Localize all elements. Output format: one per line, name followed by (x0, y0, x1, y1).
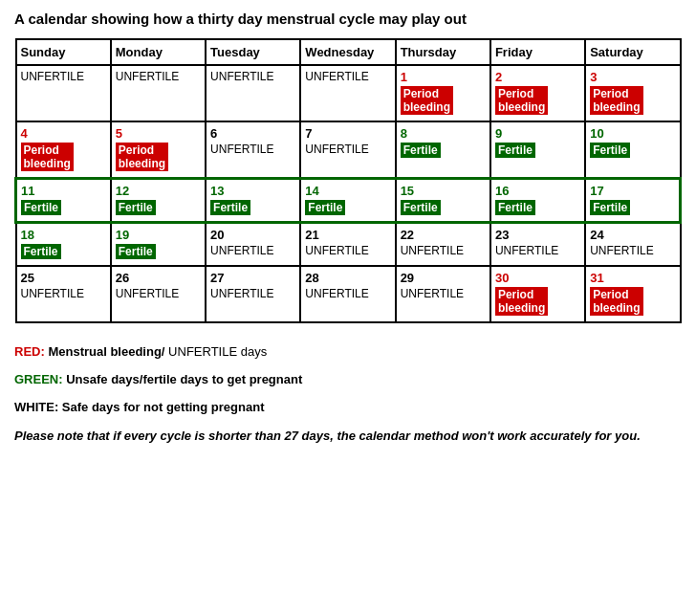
legend-white: WHITE: Safe days for not getting pregnan… (14, 396, 682, 418)
day-number: 1 (401, 70, 486, 84)
calendar-cell: 3Periodbleeding (585, 65, 680, 121)
day-number: 23 (495, 228, 580, 242)
calendar-cell: 19Fertile (111, 222, 206, 266)
calendar-cell: 6UNFERTILE (206, 121, 300, 179)
unfertile-status: UNFERTILE (305, 287, 368, 300)
fertile-status: Fertile (116, 200, 156, 215)
fertile-status: Fertile (401, 200, 441, 215)
unfertile-status: UNFERTILE (210, 143, 273, 156)
day-number: 5 (116, 126, 201, 141)
calendar-cell: 23UNFERTILE (490, 222, 585, 266)
calendar-cell: UNFERTILE (300, 65, 395, 121)
unfertile-status: UNFERTILE (305, 143, 368, 156)
calendar-cell: 25UNFERTILE (16, 266, 111, 322)
fertile-status: Fertile (495, 200, 535, 215)
calendar-cell: 10Fertile (585, 121, 680, 179)
calendar-cell: 11Fertile (16, 178, 111, 222)
calendar-cell: 21UNFERTILE (300, 222, 395, 266)
calendar-cell: 13Fertile (206, 178, 300, 222)
calendar-cell: 28UNFERTILE (300, 266, 395, 322)
day-number: 27 (210, 271, 295, 285)
calendar-cell: 4Periodbleeding (16, 121, 111, 179)
calendar-header-thursday: Thursday (396, 39, 490, 65)
day-number: 13 (210, 184, 295, 198)
day-number: 12 (116, 184, 201, 198)
calendar-cell: 22UNFERTILE (396, 222, 490, 266)
day-number: 20 (210, 228, 295, 242)
day-number: 16 (495, 184, 580, 198)
period-status: Periodbleeding (590, 287, 642, 316)
calendar-cell: 26UNFERTILE (111, 266, 206, 322)
calendar-cell: UNFERTILE (16, 65, 111, 121)
calendar-cell: 18Fertile (16, 222, 111, 266)
period-status: Periodbleeding (401, 86, 453, 115)
calendar-cell: 2Periodbleeding (490, 65, 585, 121)
fertile-status: Fertile (590, 200, 630, 215)
legend-green-label: GREEN: (14, 372, 63, 386)
calendar-header-monday: Monday (111, 39, 206, 65)
calendar-cell: 16Fertile (490, 178, 585, 222)
calendar-row-2: 11Fertile12Fertile13Fertile14Fertile15Fe… (16, 178, 681, 222)
day-number: 30 (495, 271, 580, 285)
day-number: 9 (495, 126, 580, 141)
calendar-header-sunday: Sunday (16, 39, 111, 65)
fertile-status: Fertile (116, 244, 156, 259)
day-number: 18 (21, 228, 106, 242)
period-status: Periodbleeding (495, 86, 548, 115)
day-number: 7 (305, 126, 390, 141)
legend-green-desc: Unsafe days/fertile days to get pregnant (66, 372, 302, 386)
legend-note: Please note that if every cycle is short… (14, 427, 682, 446)
calendar-header-tuesday: Tuesday (206, 39, 300, 65)
day-number: 19 (116, 228, 201, 242)
unfertile-status: UNFERTILE (116, 70, 179, 83)
unfertile-status: UNFERTILE (495, 244, 558, 257)
legend-white-label: WHITE: (14, 400, 58, 414)
calendar-cell: 7UNFERTILE (300, 121, 395, 179)
day-number: 15 (401, 184, 486, 198)
unfertile-status: UNFERTILE (116, 287, 179, 300)
unfertile-status: UNFERTILE (401, 244, 464, 257)
legend-red: RED: Menstrual bleeding/ UNFERTILE days (14, 341, 682, 363)
calendar-header-friday: Friday (490, 39, 585, 65)
day-number: 17 (590, 184, 675, 198)
unfertile-status: UNFERTILE (21, 287, 84, 300)
fertile-status: Fertile (495, 143, 535, 158)
calendar-cell: 9Fertile (490, 121, 585, 179)
period-status: Periodbleeding (590, 86, 642, 115)
period-status: Periodbleeding (21, 143, 74, 171)
fertile-status: Fertile (401, 143, 441, 158)
legend-white-desc: Safe days for not getting pregnant (62, 400, 265, 414)
unfertile-status: UNFERTILE (210, 244, 273, 257)
unfertile-status: UNFERTILE (590, 244, 653, 257)
calendar-table: SundayMondayTuesdayWednesdayThursdayFrid… (14, 38, 682, 323)
unfertile-status: UNFERTILE (305, 70, 368, 83)
calendar-cell: 17Fertile (585, 178, 680, 222)
unfertile-status: UNFERTILE (21, 70, 84, 83)
day-number: 28 (305, 271, 390, 285)
day-number: 26 (116, 271, 201, 285)
calendar-cell: 29UNFERTILE (396, 266, 490, 322)
legend-section: RED: Menstrual bleeding/ UNFERTILE days … (14, 341, 682, 446)
calendar-cell: 8Fertile (396, 121, 490, 179)
unfertile-status: UNFERTILE (210, 70, 273, 83)
calendar-cell: 31Periodbleeding (585, 266, 680, 322)
calendar-cell: 30Periodbleeding (490, 266, 585, 322)
fertile-status: Fertile (590, 143, 630, 158)
day-number: 4 (21, 126, 106, 141)
unfertile-status: UNFERTILE (305, 244, 368, 257)
calendar-cell: UNFERTILE (111, 65, 206, 121)
day-number: 31 (590, 271, 675, 285)
legend-red-label: RED: (14, 344, 45, 359)
day-number: 2 (495, 70, 580, 84)
day-number: 25 (21, 271, 106, 285)
day-number: 29 (401, 271, 486, 285)
calendar-cell: 20UNFERTILE (206, 222, 300, 266)
calendar-cell: 24UNFERTILE (585, 222, 680, 266)
calendar-row-3: 18Fertile19Fertile20UNFERTILE21UNFERTILE… (16, 222, 681, 266)
calendar-cell: 27UNFERTILE (206, 266, 300, 322)
calendar-cell: 14Fertile (300, 178, 395, 222)
calendar-cell: 12Fertile (111, 178, 206, 222)
day-number: 24 (590, 228, 675, 242)
calendar-cell: UNFERTILE (206, 65, 300, 121)
fertile-status: Fertile (21, 200, 61, 215)
